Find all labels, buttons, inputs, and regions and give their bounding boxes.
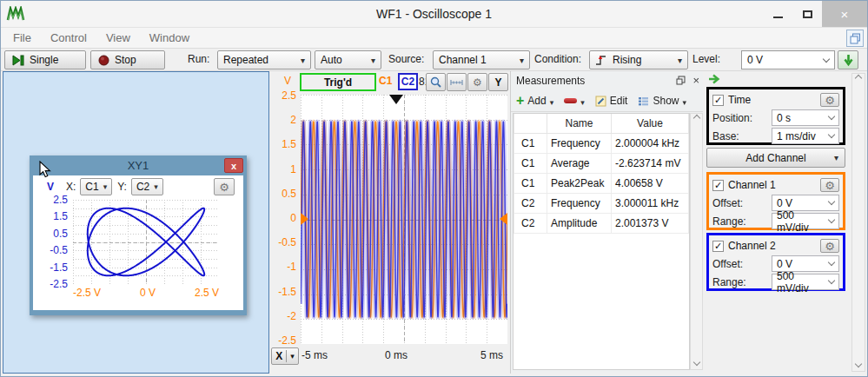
float-panel-icon[interactable]	[676, 76, 686, 85]
y-axis-button[interactable]: Y	[488, 73, 508, 91]
remove-measurement-button[interactable]: ▾	[564, 95, 585, 107]
source-dropdown[interactable]: Channel 1▾	[433, 50, 530, 69]
rising-edge-icon	[595, 54, 607, 66]
config-scrollbar[interactable]	[851, 73, 865, 372]
edit-pencil-icon	[595, 96, 606, 107]
channel2-label: Channel 2	[728, 240, 776, 252]
xy1-x-label: X:	[66, 181, 76, 193]
xy1-xtick-zero: 0 V	[140, 287, 156, 299]
xy1-xtick-max: 2.5 V	[195, 287, 219, 299]
menu-file[interactable]: File	[13, 31, 31, 44]
scope-y-tick-label: 1	[262, 163, 296, 175]
green-down-arrow-icon	[844, 54, 853, 66]
scope-y-tick-label: 0	[262, 212, 296, 224]
add-measurement-button[interactable]: + Add▾	[516, 95, 553, 107]
plus-icon: +	[516, 96, 524, 105]
show-measurement-button[interactable]: Show▾	[638, 95, 686, 107]
channel2-gear-icon[interactable]: ⚙	[820, 239, 839, 253]
scope-y-tick-label: -1	[262, 261, 296, 273]
run-mode-dropdown[interactable]: Repeated▾	[217, 50, 311, 69]
tab-channel2[interactable]: C2	[398, 73, 418, 90]
single-button[interactable]: Single	[4, 50, 86, 69]
xy1-gear-icon[interactable]: ⚙	[214, 178, 235, 195]
col-channel	[514, 114, 547, 133]
title-bar[interactable]: WF1 - Oscilloscope 1 ×	[1, 1, 867, 27]
close-button[interactable]: ×	[822, 1, 867, 27]
position-dropdown[interactable]: 0 s	[772, 109, 839, 126]
tab-channel1[interactable]: C1	[379, 75, 392, 87]
measurement-row[interactable]: C1Average-2.623714 mV	[514, 153, 689, 173]
channel1-checkbox[interactable]: ✓	[712, 180, 724, 191]
xy1-y-label: Y:	[117, 181, 127, 193]
app-window: WF1 - Oscilloscope 1 × File Control View…	[0, 0, 868, 377]
scope-y-tick-label: 1.5	[262, 138, 296, 150]
minus-icon	[564, 98, 577, 103]
scope-y-unit: V	[262, 75, 291, 87]
source-label: Source:	[388, 53, 424, 65]
plot-gear-icon[interactable]: ⚙	[467, 73, 487, 91]
menu-view[interactable]: View	[106, 31, 130, 44]
stop-button[interactable]: Stop	[90, 50, 165, 69]
xy1-title: XY1	[128, 159, 149, 172]
dock-restore-icon[interactable]	[846, 30, 864, 47]
xy1-y-tick-label: 2.5	[36, 194, 68, 206]
base-label: Base:	[712, 130, 739, 142]
x-axis-button[interactable]: X ▾	[271, 347, 299, 365]
expand-arrow-icon[interactable]	[708, 74, 724, 84]
level-apply-button[interactable]	[838, 50, 858, 69]
measurement-row[interactable]: C2Frequency3.000011 kHz	[514, 193, 689, 213]
xy1-lissajous-plot[interactable]	[73, 200, 219, 284]
minimize-button[interactable]	[763, 1, 792, 27]
xy1-y-tick-label: -0.5	[36, 244, 68, 256]
channel1-range-dropdown[interactable]: 500 mV/div	[772, 213, 839, 229]
maximize-button[interactable]	[792, 1, 822, 27]
xy1-y-channel-dropdown[interactable]: C2▾	[131, 178, 163, 195]
xy1-x-channel-dropdown[interactable]: C1▾	[80, 178, 112, 195]
xy1-close-button[interactable]: x	[224, 158, 243, 173]
close-panel-icon[interactable]: ×	[692, 74, 699, 87]
menu-window[interactable]: Window	[149, 31, 189, 44]
channel2-group: ✓ Channel 2 ⚙ Offset: 0 V Range: 500 mV/…	[706, 233, 845, 291]
scope-waveform-plot[interactable]	[301, 95, 507, 344]
channel1-gear-icon[interactable]: ⚙	[820, 178, 839, 192]
channel2-range-label: Range:	[712, 276, 746, 288]
scope-y-tick-label: -0.5	[262, 236, 296, 248]
scope-y-tick-label: -1.5	[262, 286, 296, 298]
scope-xtick-max: 5 ms	[474, 349, 503, 361]
time-checkbox[interactable]: ✓	[712, 95, 724, 106]
measurements-scrollbar[interactable]	[690, 113, 703, 370]
zoom-icon[interactable]	[426, 73, 446, 91]
col-name: Name	[547, 114, 612, 133]
trigger-level-marker-left[interactable]	[301, 213, 308, 225]
scope-toolbar: Single Stop Run: Repeated▾ Auto▾ Source:…	[1, 49, 867, 71]
channel1-range-label: Range:	[712, 215, 746, 228]
xy1-unit-label: V	[47, 181, 54, 193]
scope-y-tick-label: -2	[262, 310, 296, 322]
trigger-level-marker-right[interactable]	[500, 213, 507, 225]
level-combo[interactable]: 0 V	[741, 50, 835, 69]
channel2-checkbox[interactable]: ✓	[712, 241, 724, 252]
measure-ruler-icon[interactable]	[447, 73, 467, 91]
edit-measurement-button[interactable]: Edit	[595, 95, 628, 107]
measurement-row[interactable]: C1Peak2Peak4.00658 V	[514, 173, 689, 193]
xy1-y-tick-label: -2.5	[36, 278, 68, 290]
measurements-toolbar: + Add▾ ▾ Edit Show▾	[511, 90, 703, 112]
measurements-panel: Measurements × + Add▾ ▾ Edit	[510, 71, 703, 374]
scope-xtick-min: -5 ms	[301, 349, 328, 361]
condition-dropdown[interactable]: Rising▾	[589, 50, 688, 69]
xy1-titlebar[interactable]: XY1 x	[30, 155, 247, 175]
trigger-mode-dropdown[interactable]: Auto▾	[315, 50, 381, 69]
channel2-range-dropdown[interactable]: 500 mV/div	[772, 274, 839, 290]
trigger-position-marker[interactable]	[389, 95, 403, 104]
xy1-y-tick-label: -1.5	[36, 261, 68, 274]
scope-y-tick-label: -2.5	[262, 334, 296, 347]
measurement-row[interactable]: C1Frequency2.000004 kHz	[514, 133, 689, 153]
base-dropdown[interactable]: 1 ms/div	[772, 128, 839, 144]
position-label: Position:	[712, 112, 752, 124]
time-gear-icon[interactable]: ⚙	[820, 93, 839, 107]
channel-config-panel: ✓ Time ⚙ Position: 0 s Base: 1 ms/div Ad…	[705, 71, 849, 374]
measurement-row[interactable]: C2Amplitude2.001373 V	[514, 213, 689, 233]
menu-control[interactable]: Control	[50, 31, 87, 44]
xy1-window[interactable]: XY1 x V X: C1▾ Y: C2▾ ⚙ 2.51.50.5-0.5-1.…	[30, 155, 247, 315]
add-channel-button[interactable]: Add Channel▾	[706, 148, 845, 168]
